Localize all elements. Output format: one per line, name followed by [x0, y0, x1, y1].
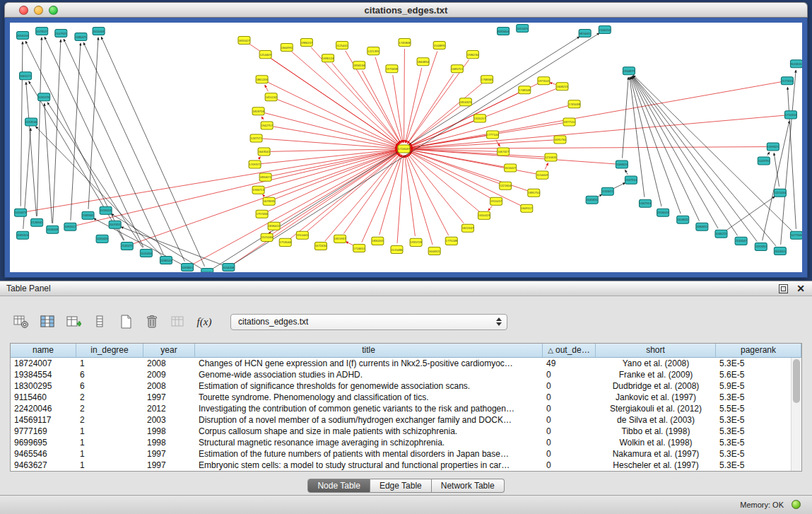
citation-edge-red	[273, 127, 398, 148]
network-node-label: 1186475	[75, 35, 87, 39]
column-header-name[interactable]: name	[11, 344, 76, 358]
show-columns-icon[interactable]	[37, 313, 57, 331]
table-cell: 5.3E-5	[716, 460, 791, 471]
citation-edge-red	[550, 83, 556, 85]
table-cell: 6	[76, 380, 143, 392]
column-header-year[interactable]: year	[143, 344, 195, 358]
citation-edge-red	[268, 82, 399, 146]
citation-edge-red	[76, 151, 398, 226]
table-row[interactable]: 969969511998Structural magnetic resonanc…	[11, 437, 791, 448]
import-table-icon[interactable]	[168, 313, 188, 331]
table-panel: Table Panel ✕	[0, 281, 812, 495]
network-window-title: citations_edges.txt	[5, 5, 807, 16]
network-node-label: 2126941	[31, 221, 43, 224]
table-row[interactable]: 946362711997Embryonic stem cells: a mode…	[11, 460, 791, 471]
table-cell: Embryonic stem cells: a model to study s…	[195, 460, 543, 471]
float-panel-icon[interactable]	[779, 284, 788, 293]
table-scrollbar[interactable]	[791, 358, 801, 471]
network-node-label: 1515486	[391, 248, 403, 252]
tab-node-table[interactable]: Node Table	[307, 479, 370, 493]
network-node-label: 2177415	[782, 79, 794, 83]
network-canvas[interactable]: 1724047183162712544091664991198613716961…	[10, 23, 802, 272]
citation-edge-black	[632, 76, 757, 241]
citation-edge-red	[193, 152, 399, 264]
citation-edge-red	[407, 155, 449, 235]
network-node-label: 2007451	[109, 223, 121, 226]
network-node-label: 2192450	[201, 271, 213, 272]
network-node-label: 2024501	[775, 250, 787, 253]
tab-network-table[interactable]: Network Table	[432, 479, 505, 493]
create-column-icon[interactable]	[64, 313, 83, 331]
network-node-label: 9874031	[579, 32, 591, 35]
table-row[interactable]: 1830029562008Estimation of significance …	[11, 380, 791, 392]
table-cell: de Silva et al. (2003)	[596, 414, 716, 426]
citation-edge-red	[275, 151, 398, 199]
network-node-label: 1046215	[715, 232, 727, 235]
table-row[interactable]: 1872400712008Changes of HCN gene express…	[11, 358, 791, 369]
network-node-label: 1091376	[38, 95, 50, 99]
table-cell: 0	[543, 403, 596, 414]
network-node-label: 1973458	[386, 67, 398, 71]
dropdown-arrows-icon	[496, 317, 502, 326]
column-header-short[interactable]: short	[596, 344, 716, 358]
row-height-icon[interactable]	[90, 313, 110, 331]
table-row[interactable]: 2242004622012Investigating the contribut…	[11, 403, 791, 414]
new-table-icon[interactable]	[116, 313, 136, 331]
citation-edge-black	[47, 103, 143, 248]
table-body: 1872400712008Changes of HCN gene express…	[11, 358, 791, 471]
citation-edge-black	[613, 183, 625, 189]
table-cell: 2003	[143, 414, 195, 426]
column-header-pagerank[interactable]: pagerank	[716, 344, 801, 358]
network-node-label: 1106008	[47, 228, 59, 231]
table-selector-dropdown[interactable]: citations_edges.txt	[230, 314, 507, 330]
table-row[interactable]: 911546021997Tourette syndrome. Phenomeno…	[11, 392, 791, 403]
network-node-label: 1073527	[36, 30, 48, 33]
table-mode-icon[interactable]	[11, 313, 31, 331]
citation-edge-black	[787, 87, 796, 229]
citation-edge-red	[277, 100, 398, 147]
citation-edge-red	[272, 152, 399, 234]
network-node-label: 1696124	[322, 57, 334, 60]
node-table: name in_degree year title △out_de… short…	[10, 343, 802, 472]
network-node-label: 1247571	[250, 136, 262, 140]
citation-edge-red	[307, 153, 399, 231]
column-header-out-degree[interactable]: △out_de…	[543, 344, 596, 358]
citation-network-graph[interactable]: 1724047183162712544091664991198613716961…	[10, 23, 802, 272]
table-row[interactable]: 1456911722003Disruption of a novel membe…	[11, 414, 791, 426]
column-header-title[interactable]: title	[195, 344, 543, 358]
citation-edge-red	[408, 153, 479, 211]
network-node-label: 1936713	[252, 188, 264, 192]
table-row[interactable]: 1938455462009Genome-wide association stu…	[11, 369, 791, 380]
table-cell: 5.3E-5	[716, 392, 791, 403]
network-node-label: 2106214	[599, 28, 611, 32]
network-window-titlebar[interactable]: citations_edges.txt	[4, 2, 808, 18]
scrollbar-thumb[interactable]	[793, 359, 800, 403]
function-builder-button[interactable]: f(x)	[194, 313, 214, 331]
table-cell: 49	[543, 358, 596, 369]
table-row[interactable]: 977716911998Corpus callosum shape and si…	[11, 426, 791, 437]
column-header-in-degree[interactable]: in_degree	[76, 344, 143, 358]
citation-edge-red	[261, 117, 264, 120]
network-node-label: 1154208	[223, 266, 235, 269]
network-node-label: 1816325	[460, 100, 472, 104]
table-row[interactable]: 946554611997Estimation of the future num…	[11, 448, 791, 460]
citation-edge-black	[111, 214, 201, 269]
table-cell: Hescheler et al. (1997)	[596, 460, 716, 471]
network-node-label: 1844834	[417, 60, 429, 64]
tab-edge-table[interactable]: Edge Table	[370, 479, 432, 493]
table-cell: Jankovic et al. (1997)	[596, 392, 716, 403]
citation-edge-red	[264, 113, 397, 148]
table-cell: 5.5E-5	[716, 403, 791, 414]
network-node-label: 1672430	[315, 245, 327, 248]
network-node-label: 1254409	[259, 53, 271, 57]
table-panel-title: Table Panel	[6, 284, 51, 293]
network-node-label: 1221604	[500, 184, 512, 187]
citation-edge-red	[410, 115, 784, 148]
citation-edge-red	[407, 74, 453, 144]
network-node-label: 1067427	[498, 150, 510, 153]
delete-table-icon[interactable]	[142, 313, 162, 331]
network-node-label: 1818758	[252, 110, 264, 113]
table-cell: 0	[543, 448, 596, 460]
close-panel-icon[interactable]: ✕	[796, 284, 805, 293]
citation-edge-black	[763, 121, 789, 240]
